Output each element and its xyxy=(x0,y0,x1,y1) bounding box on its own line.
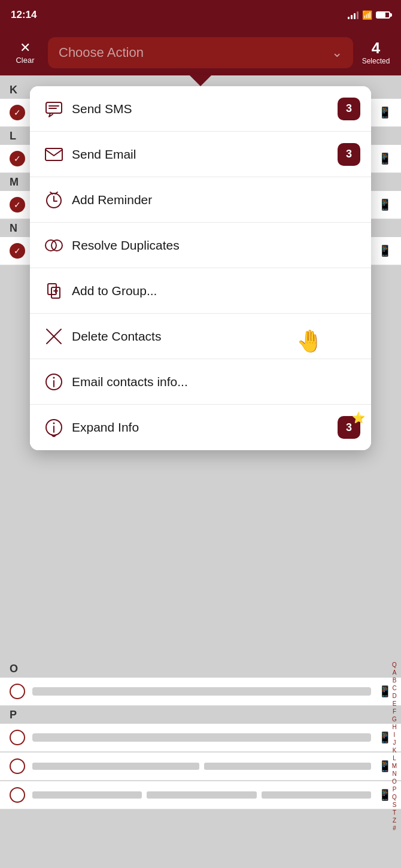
chevron-down-icon: ⌄ xyxy=(332,45,342,60)
expand-info-icon xyxy=(41,414,67,441)
contact-checkbox xyxy=(10,730,25,745)
contact-row: 📱 xyxy=(0,724,401,752)
alpha-o[interactable]: O xyxy=(392,778,397,785)
alpha-e[interactable]: E xyxy=(393,700,397,708)
signal-icon xyxy=(348,11,359,19)
contact-checkbox xyxy=(10,787,25,803)
contacts-background: K ✓ 📱 L ✓ 📱 M ✓ 📱 N ✓ 📱 xyxy=(0,75,401,868)
send-email-label: Send Email xyxy=(72,147,338,162)
svg-point-20 xyxy=(53,423,55,424)
alpha-h[interactable]: H xyxy=(392,724,396,731)
expand-info-item[interactable]: Expand Info 3 ⭐ xyxy=(30,405,371,450)
status-icons: 📶 xyxy=(348,10,390,20)
add-to-group-item[interactable]: Add to Group... xyxy=(30,268,371,314)
selected-number: 4 xyxy=(372,40,380,56)
alpha-r[interactable]: Q xyxy=(392,794,397,801)
phone-icon: 📱 xyxy=(378,198,391,211)
phone-icon: 📱 xyxy=(378,152,391,165)
contact-name xyxy=(32,687,371,696)
phone-icon: 📱 xyxy=(378,106,391,119)
contact-row: 📱 xyxy=(0,678,401,706)
reminder-icon xyxy=(41,187,67,213)
contact-checkbox: ✓ xyxy=(10,243,25,259)
send-sms-badge: 3 xyxy=(338,98,360,120)
alpha-s[interactable]: S xyxy=(393,802,397,809)
group-icon xyxy=(41,278,67,304)
delete-icon xyxy=(41,323,67,350)
alpha-f[interactable]: F xyxy=(393,708,396,715)
alpha-l[interactable]: L xyxy=(393,755,396,762)
email-contacts-info-label: Email contacts info... xyxy=(72,375,360,389)
expand-info-label: Expand Info xyxy=(72,420,338,435)
alpha-hash[interactable]: # xyxy=(393,825,396,832)
add-to-group-label: Add to Group... xyxy=(72,284,360,298)
resolve-duplicates-label: Resolve Duplicates xyxy=(72,238,360,253)
send-sms-label: Send SMS xyxy=(72,102,338,116)
contact-checkbox: ✓ xyxy=(10,105,25,120)
alpha-b[interactable]: B xyxy=(393,677,397,684)
status-time: 12:14 xyxy=(11,9,37,21)
alpha-j[interactable]: J xyxy=(393,739,396,746)
star-icon: ⭐ xyxy=(352,411,365,424)
choose-action-label: Choose Action xyxy=(59,45,144,60)
alpha-i[interactable]: I xyxy=(394,732,396,739)
contact-checkbox: ✓ xyxy=(10,197,25,213)
section-header-o: O xyxy=(0,660,401,678)
info-icon xyxy=(41,369,67,395)
alphabet-sidebar[interactable]: Q A B C D E F G H I J K L M N O P Q S T xyxy=(388,660,401,868)
svg-point-17 xyxy=(53,377,55,378)
clear-button[interactable]: ✕ Clear xyxy=(7,41,43,65)
email-icon xyxy=(41,141,67,168)
clear-label: Clear xyxy=(16,56,34,65)
contact-checkbox xyxy=(10,758,25,774)
add-reminder-label: Add Reminder xyxy=(72,193,360,207)
contact-row: 📱 xyxy=(0,781,401,809)
selected-label: Selected xyxy=(362,57,390,65)
contact-name xyxy=(32,733,371,742)
header-bar: ✕ Clear Choose Action ⌄ 4 Selected xyxy=(0,30,401,75)
alpha-m[interactable]: M xyxy=(392,763,397,770)
dropdown-triangle xyxy=(190,75,211,86)
svg-rect-3 xyxy=(45,148,62,160)
wifi-icon: 📶 xyxy=(362,10,372,20)
contact-checkbox xyxy=(10,684,25,699)
sms-icon xyxy=(41,96,67,122)
add-reminder-item[interactable]: Add Reminder xyxy=(30,177,371,223)
send-email-item[interactable]: Send Email 3 xyxy=(30,132,371,177)
main-content: K ✓ 📱 L ✓ 📱 M ✓ 📱 N ✓ 📱 xyxy=(0,75,401,868)
delete-contacts-item[interactable]: Delete Contacts 🤚 xyxy=(30,314,371,359)
battery-icon xyxy=(376,11,390,19)
send-email-badge: 3 xyxy=(338,143,360,166)
alpha-a[interactable]: A xyxy=(393,669,397,676)
alpha-u[interactable]: Z xyxy=(393,817,396,824)
alpha-p[interactable]: P xyxy=(393,786,397,793)
contact-row: 📱 xyxy=(0,752,401,781)
alpha-n[interactable]: N xyxy=(392,770,396,778)
choose-action-button[interactable]: Choose Action ⌄ xyxy=(48,37,353,68)
close-icon: ✕ xyxy=(20,41,31,54)
alpha-q[interactable]: Q xyxy=(392,661,397,669)
email-contacts-info-item[interactable]: Email contacts info... xyxy=(30,359,371,405)
delete-contacts-label: Delete Contacts xyxy=(72,329,360,344)
status-bar: 12:14 📶 xyxy=(0,0,401,30)
duplicates-icon xyxy=(41,232,67,259)
alpha-t[interactable]: T xyxy=(393,809,396,817)
section-header-p: P xyxy=(0,706,401,724)
alpha-g[interactable]: G xyxy=(392,716,397,723)
resolve-duplicates-item[interactable]: Resolve Duplicates xyxy=(30,223,371,268)
dropdown-menu: Send SMS 3 Send Email 3 xyxy=(30,86,371,450)
alpha-k[interactable]: K xyxy=(393,747,397,754)
phone-icon: 📱 xyxy=(378,244,391,257)
selected-count-display: 4 Selected xyxy=(358,40,394,65)
alpha-d[interactable]: D xyxy=(392,693,396,700)
alpha-c[interactable]: C xyxy=(392,685,396,692)
contact-checkbox: ✓ xyxy=(10,151,25,166)
send-sms-item[interactable]: Send SMS 3 xyxy=(30,86,371,132)
